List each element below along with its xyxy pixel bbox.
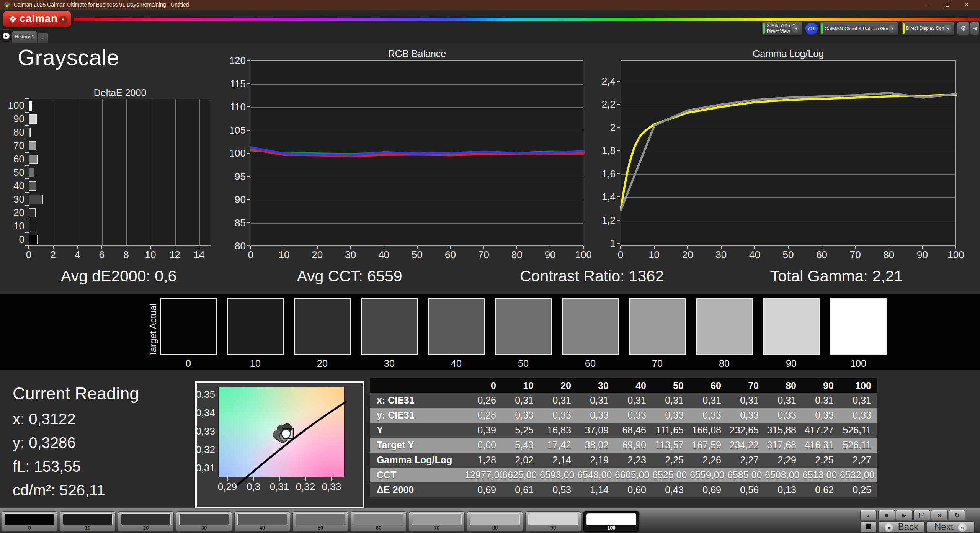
rgb-axis-tick xyxy=(247,222,250,223)
close-button[interactable]: × xyxy=(960,0,973,10)
level-swatch xyxy=(179,513,229,525)
deltae-bar xyxy=(29,101,32,111)
table-row-label: Y xyxy=(370,423,465,438)
reading-cdm2: cd/m²: 526,11 xyxy=(13,482,105,499)
table-header-corner xyxy=(370,378,465,393)
table-cell: 0,61 xyxy=(502,482,540,497)
level-button-20[interactable]: 20 xyxy=(118,511,174,532)
table-cell: 0,33 xyxy=(690,408,727,423)
gray-swatch-label: 70 xyxy=(629,358,686,369)
rgb-axis-tick xyxy=(516,246,517,249)
deltae-x-tick-label: 12 xyxy=(163,249,186,260)
meter-badge[interactable]: 719 xyxy=(805,22,818,36)
rgb-axis-tick xyxy=(250,246,251,249)
table-cell: 6585,00 xyxy=(727,468,765,482)
gray-swatch-30 xyxy=(361,298,418,355)
gamma-y-tick-label: 2,4 xyxy=(585,75,616,87)
pattern-window-button[interactable] xyxy=(860,521,877,532)
gamma-y-tick-label: 1,6 xyxy=(585,168,616,180)
rgb-chart-title: RGB Balance xyxy=(251,48,583,59)
deltae-axis-tick xyxy=(175,246,175,249)
deltae-y-tick-label: 40 xyxy=(0,180,24,191)
gamma-axis-tick xyxy=(922,246,923,249)
tab-history-1[interactable]: History 1 xyxy=(12,31,37,43)
next-button[interactable]: Next » xyxy=(926,521,975,532)
tab-scroll-button[interactable]: ▶ xyxy=(1,29,11,42)
expand-pattern-button[interactable]: ▲ xyxy=(860,510,877,520)
gamma-x-tick-label: 30 xyxy=(710,249,733,260)
table-cell: 1,14 xyxy=(577,482,615,497)
deltae-bar xyxy=(29,208,36,217)
rgb-x-tick-label: 40 xyxy=(372,249,395,260)
meter-device-dropdown[interactable]: X-Rite i1Pro 3 Direct View ▼ xyxy=(761,22,803,35)
cie-x-tick-label: 0,33 xyxy=(318,481,345,492)
app-header: ❖ calman ▼ X-Rite i1Pro 3 Direct View ▼ … xyxy=(0,10,980,43)
gamma-y-tick-label: 1,2 xyxy=(585,214,616,226)
pattern-generator-dropdown[interactable]: CalMAN Client 3 Pattern Generator ▼ xyxy=(819,22,899,35)
collapse-left-icon: ◀ xyxy=(973,26,977,31)
calman-menu-button[interactable]: ❖ calman ▼ xyxy=(3,11,71,27)
table-cell: 315,88 xyxy=(765,423,802,438)
cie-axis-tick xyxy=(331,477,332,481)
level-button-10[interactable]: 10 xyxy=(60,511,116,532)
level-button-90[interactable]: 90 xyxy=(525,511,581,532)
window-titlebar: Calman 2025 Calman Ultimate for Business… xyxy=(0,0,980,10)
collapse-toolbar-button[interactable]: ◀ xyxy=(970,22,980,35)
level-button-30[interactable]: 30 xyxy=(176,511,232,532)
level-swatch xyxy=(586,513,636,525)
rgb-axis-tick xyxy=(247,106,250,107)
level-button-60[interactable]: 60 xyxy=(351,511,407,532)
level-button-80[interactable]: 80 xyxy=(467,511,523,532)
deltae-axis-tick xyxy=(25,192,29,193)
minimize-button[interactable]: – xyxy=(922,0,935,10)
single-measure-button[interactable]: [··] xyxy=(913,510,930,520)
table-cell: 0,31 xyxy=(765,393,802,408)
meter-status-bar xyxy=(763,23,765,34)
level-button-40[interactable]: 40 xyxy=(234,511,290,532)
stop-button[interactable]: ■ xyxy=(878,510,895,520)
deltae-axis-tick xyxy=(25,112,29,113)
back-button[interactable]: « Back xyxy=(878,521,925,532)
play-button[interactable]: ▶ xyxy=(896,510,913,520)
level-button-0[interactable]: 0 xyxy=(2,511,57,532)
gamma-axis-tick xyxy=(617,220,620,221)
loop-button[interactable]: ↻ xyxy=(949,510,965,520)
table-cell: 6525,00 xyxy=(652,468,690,482)
rgb-axis-tick xyxy=(583,246,584,249)
level-button-70[interactable]: 70 xyxy=(409,511,465,532)
gamma-axis-tick xyxy=(822,246,822,249)
table-cell: 37,09 xyxy=(577,423,615,438)
deltae-bar xyxy=(29,155,38,164)
play-icon: ▶ xyxy=(902,512,906,518)
continuous-measure-button[interactable]: ∞ xyxy=(931,510,948,520)
gray-swatch-label: 90 xyxy=(763,358,820,369)
cie-overlay xyxy=(219,387,345,477)
restore-button[interactable] xyxy=(941,0,954,10)
cie-axis-tick xyxy=(279,477,280,481)
deltae-x-tick-label: 10 xyxy=(139,249,162,260)
level-button-100[interactable]: 100 xyxy=(583,511,639,532)
gray-swatch-0 xyxy=(160,298,217,355)
daylight-locus-curve xyxy=(234,402,346,488)
table-cell: 526,11 xyxy=(840,423,877,438)
table-cell: 0,33 xyxy=(652,408,690,423)
rgb-axis-tick xyxy=(247,176,250,177)
page-title: Grayscale xyxy=(18,44,119,70)
table-cell: 0,33 xyxy=(577,408,615,423)
level-button-50[interactable]: 50 xyxy=(292,511,348,532)
deltae-axis-tick xyxy=(199,246,199,249)
display-control-dropdown[interactable]: Direct Display Control ▼ xyxy=(901,22,955,35)
rgb-axis-tick xyxy=(417,246,418,249)
add-tab-button[interactable]: + xyxy=(38,32,48,43)
deltae-axis-tick xyxy=(25,165,29,166)
level-label: 80 xyxy=(467,525,523,531)
chevron-down-icon: ▼ xyxy=(944,25,952,33)
table-cell: 6593,00 xyxy=(540,468,577,482)
rgb-y-tick-label: 120 xyxy=(214,55,246,66)
cie-x-tick-label: 0,3 xyxy=(240,481,267,492)
table-cell: 0,31 xyxy=(540,393,577,408)
settings-button[interactable]: ⚙ xyxy=(957,22,969,35)
table-cell: 0,53 xyxy=(540,482,577,497)
meter-device-line1: X-Rite i1Pro 3 xyxy=(767,23,795,29)
level-label: 40 xyxy=(235,525,290,531)
